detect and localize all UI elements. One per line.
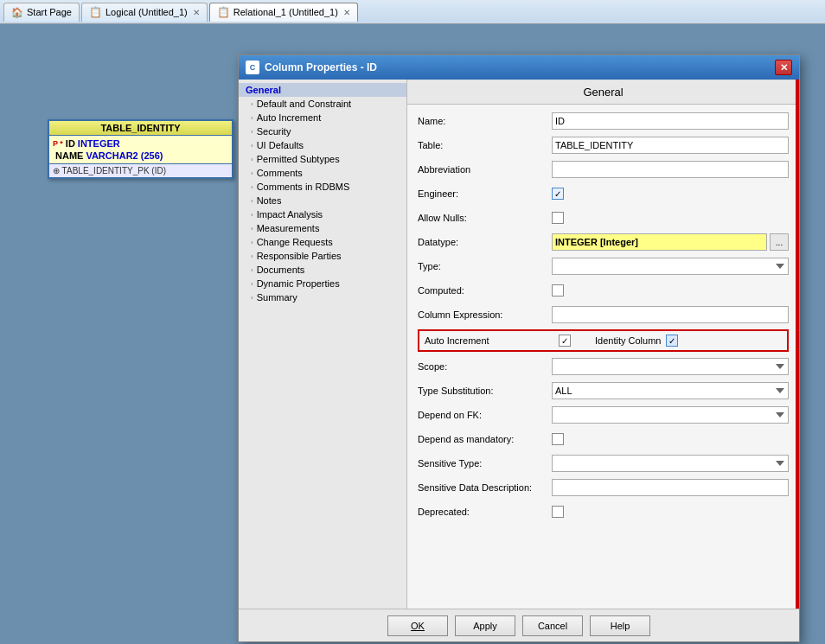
form-row-name: Name: xyxy=(418,112,789,131)
name-input[interactable] xyxy=(552,112,789,130)
nav-dot-icon: › xyxy=(251,239,253,246)
engineer-checkbox[interactable] xyxy=(552,188,564,200)
nav-item-documents[interactable]: › Documents xyxy=(239,263,406,277)
scope-select[interactable] xyxy=(552,358,789,375)
dependasmandatory-checkbox[interactable] xyxy=(552,433,564,445)
nav-item-summary[interactable]: › Summary xyxy=(239,290,406,304)
nav-label-notes: Notes xyxy=(257,195,282,206)
dialog-icon: C xyxy=(246,61,259,74)
nav-label-autoincrement: Auto Increment xyxy=(257,112,322,123)
datatype-display: INTEGER [Integer] xyxy=(552,233,767,251)
table-entity[interactable]: TABLE_IDENTITY P * ID INTEGER NAME VARCH… xyxy=(48,119,233,179)
close-dialog-button[interactable]: ✕ xyxy=(775,60,792,75)
form-row-sensitivedatadescrip: Sensitive Data Description: xyxy=(418,478,789,497)
identity-column-checkbox[interactable] xyxy=(666,335,678,347)
computed-checkbox[interactable] xyxy=(552,284,564,296)
nav-item-default[interactable]: › Default and Constraint xyxy=(239,97,406,111)
auto-increment-row: Auto Increment Identity Column xyxy=(418,329,789,352)
nav-dot-icon: › xyxy=(251,280,253,288)
tab-relational[interactable]: 📋 Relational_1 (Untitled_1) ✕ xyxy=(209,3,358,22)
nav-item-autoincrement[interactable]: › Auto Increment xyxy=(239,111,406,124)
datatype-ellipsis-button[interactable]: ... xyxy=(770,233,789,251)
nav-label-permitted: Permitted Subtypes xyxy=(257,154,340,164)
form-row-table: Table: xyxy=(418,136,789,155)
nav-label-security: Security xyxy=(257,126,291,137)
col-name-id: ID xyxy=(66,138,75,149)
table-header: TABLE_IDENTITY xyxy=(49,121,232,136)
nav-item-impact[interactable]: › Impact Analysis xyxy=(239,207,406,221)
deprecated-checkbox[interactable] xyxy=(552,506,564,518)
allownulls-checkbox[interactable] xyxy=(552,212,564,224)
sensitivetype-label: Sensitive Type: xyxy=(418,458,552,469)
modal-body: General › Default and Constraint › Auto … xyxy=(239,80,799,609)
autoincrement-checkbox[interactable] xyxy=(559,335,571,347)
nav-label-changerequests: Change Requests xyxy=(257,237,333,247)
nav-item-uidefaults[interactable]: › UI Defaults xyxy=(239,138,406,152)
table-row: NAME VARCHAR2 (256) xyxy=(53,150,228,162)
modal-titlebar: C Column Properties - ID ✕ xyxy=(239,55,799,80)
column-properties-dialog: C Column Properties - ID ✕ General › Def… xyxy=(238,54,800,642)
nav-item-measurements[interactable]: › Measurements xyxy=(239,221,406,235)
tab-start-label: Start Page xyxy=(27,7,72,17)
ok-button[interactable]: OK xyxy=(387,615,448,636)
colexpr-input[interactable] xyxy=(552,306,789,323)
col-type-name: VARCHAR2 (256) xyxy=(86,150,163,161)
nav-item-commentsinrdbms[interactable]: › Comments in RDBMS xyxy=(239,180,406,194)
nav-dot-icon: › xyxy=(251,211,253,219)
type-label: Type: xyxy=(418,261,552,271)
nav-item-general[interactable]: General xyxy=(239,83,406,97)
sensitivedatadescrip-input[interactable] xyxy=(552,479,789,496)
nav-label-commentsinrdbms: Comments in RDBMS xyxy=(257,182,350,192)
relational-icon: 📋 xyxy=(217,6,230,18)
name-label: Name: xyxy=(418,116,552,126)
form-row-engineer: Engineer: xyxy=(418,184,789,203)
pk-marker: P * xyxy=(53,139,63,148)
form-area: Name: Table: Abbreviation xyxy=(407,105,799,609)
typesubstitution-select[interactable]: ALL xyxy=(552,382,789,399)
nav-item-security[interactable]: › Security xyxy=(239,124,406,138)
nav-item-changerequests[interactable]: › Change Requests xyxy=(239,235,406,249)
datatype-label: Datatype: xyxy=(418,237,552,247)
tab-logical[interactable]: 📋 Logical (Untitled_1) ✕ xyxy=(81,3,208,22)
dependonfk-select[interactable] xyxy=(552,406,789,424)
typesubstitution-label: Type Substitution: xyxy=(418,386,552,396)
nav-dot-icon: › xyxy=(251,183,253,191)
nav-item-notes[interactable]: › Notes xyxy=(239,194,406,207)
logical-icon: 📋 xyxy=(89,6,102,18)
table-row: P * ID INTEGER xyxy=(53,137,228,150)
dependasmandatory-label: Depend as mandatory: xyxy=(418,434,552,444)
nav-dot-icon: › xyxy=(251,266,253,274)
dependonfk-label: Depend on FK: xyxy=(418,410,552,420)
nav-label-dynamic: Dynamic Properties xyxy=(257,278,340,289)
nav-dot-icon: › xyxy=(251,294,253,302)
help-button[interactable]: Help xyxy=(590,615,650,636)
modal-sidebar: General › Default and Constraint › Auto … xyxy=(239,80,407,609)
form-row-dependonfk: Depend on FK: xyxy=(418,405,789,424)
sensitivetype-select[interactable] xyxy=(552,455,789,472)
tab-start-page[interactable]: 🏠 Start Page xyxy=(3,3,80,22)
deprecated-label: Deprecated: xyxy=(418,507,552,517)
scope-select-wrapper xyxy=(552,358,789,375)
abbreviation-input[interactable] xyxy=(552,161,789,178)
fk-icon: ⊕ xyxy=(53,166,60,175)
apply-button[interactable]: Apply xyxy=(455,615,515,636)
canvas-area: TABLE_IDENTITY P * ID INTEGER NAME VARCH… xyxy=(0,24,825,644)
allownulls-label: Allow Nulls: xyxy=(418,213,552,223)
close-logical-icon[interactable]: ✕ xyxy=(193,8,200,17)
form-row-scope: Scope: xyxy=(418,357,789,376)
nav-item-permitted[interactable]: › Permitted Subtypes xyxy=(239,152,406,166)
scope-label: Scope: xyxy=(418,361,552,372)
colexpr-label: Column Expression: xyxy=(418,309,552,320)
nav-item-comments[interactable]: › Comments xyxy=(239,166,406,180)
type-select[interactable] xyxy=(552,258,789,275)
taskbar: 🏠 Start Page 📋 Logical (Untitled_1) ✕ 📋 … xyxy=(0,0,825,24)
datatype-control: INTEGER [Integer] ... xyxy=(552,233,789,251)
nav-dot-icon: › xyxy=(251,114,253,122)
modal-footer: OK Apply Cancel Help xyxy=(239,609,799,641)
nav-item-dynamic[interactable]: › Dynamic Properties xyxy=(239,277,406,290)
table-input[interactable] xyxy=(552,137,789,154)
content-section-header: General xyxy=(407,80,799,105)
nav-item-responsible[interactable]: › Responsible Parties xyxy=(239,249,406,263)
close-relational-icon[interactable]: ✕ xyxy=(343,8,350,17)
cancel-button[interactable]: Cancel xyxy=(522,615,583,636)
